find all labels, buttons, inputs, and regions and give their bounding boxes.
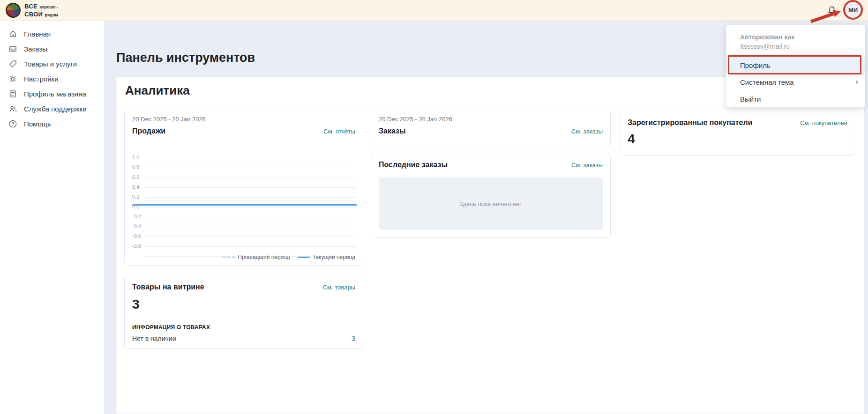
menu-item-label: Выйти: [740, 95, 761, 103]
gridline: [145, 207, 356, 207]
products-card-title: Товары на витрине: [132, 283, 204, 291]
out-of-stock-row[interactable]: Нет в наличии 3: [132, 335, 355, 342]
sidebar-item-label: Служба поддержки: [24, 105, 87, 113]
signed-in-email: ftsssssv@mail.ru: [740, 43, 790, 50]
gridline: [145, 246, 356, 247]
inbox-icon: [8, 44, 17, 53]
y-tick: 1.0: [132, 155, 139, 160]
user-avatar[interactable]: МИ: [845, 2, 861, 18]
legend-label: Текущий период: [313, 254, 355, 260]
topbar: ВСЕ хорошо - СВОИ рядом: [0, 0, 868, 21]
orders-date-range: 20 Dec 2025 - 20 Jan 2026: [379, 116, 452, 123]
gridline: [145, 237, 356, 237]
recent-orders-empty-state: Здесь пока ничего нет: [379, 177, 603, 230]
gear-icon: [8, 74, 17, 83]
logo-line2-small: рядом: [45, 13, 58, 17]
brand-logo-text: ВСЕ хорошо - СВОИ рядом: [24, 2, 58, 18]
sidebar-item-support[interactable]: Служба поддержки: [0, 101, 104, 116]
tag-icon: [8, 59, 17, 68]
home-icon: [8, 30, 17, 38]
sidebar-item-label: Заказы: [24, 45, 47, 53]
gridline: [145, 158, 356, 158]
orders-card: 20 Dec 2025 - 20 Jan 2026 Заказы См. зак…: [371, 109, 611, 146]
help-icon: [8, 119, 17, 128]
y-tick: -0.4: [132, 223, 141, 229]
out-of-stock-label: Нет в наличии: [132, 335, 176, 342]
sidebar-item-help[interactable]: Помощь: [0, 116, 104, 131]
chart-legend: Прошедший период Текущий период: [223, 254, 355, 260]
signed-in-as-label: Авторизован как: [740, 33, 794, 41]
see-products-link[interactable]: См. товары: [323, 284, 355, 291]
sidebar-item-home[interactable]: Главная: [0, 26, 104, 41]
gridline: [145, 177, 356, 178]
products-count: 3: [132, 297, 140, 312]
notifications-bell-icon[interactable]: [826, 4, 838, 16]
see-reports-link[interactable]: См. отчёты: [323, 128, 355, 135]
sales-date-range: 20 Dec 2025 - 20 Jan 2026: [132, 116, 206, 123]
brand-logo-icon: [6, 3, 21, 18]
gridline: [145, 227, 356, 227]
solid-line-swatch-icon: [298, 257, 310, 258]
logo-line2-bold: СВОИ: [24, 11, 43, 18]
y-tick: -0.2: [132, 214, 141, 219]
customers-card-title: Зарегистрированные покупатели: [628, 118, 752, 127]
sidebar-item-label: Главная: [24, 30, 51, 38]
legend-current-period: Текущий период: [298, 254, 355, 260]
sidebar-item-label: Профиль магазина: [24, 90, 86, 98]
customers-count: 4: [628, 132, 635, 147]
sidebar-item-label: Товары и услуги: [24, 60, 77, 68]
sidebar-item-label: Помощь: [24, 120, 51, 128]
gridline: [145, 168, 356, 168]
legend-label: Прошедший период: [238, 254, 290, 260]
sidebar: Главная Заказы Товары и услуги Настройки…: [0, 21, 104, 414]
gridline: [145, 187, 356, 188]
sidebar-item-label: Настройки: [24, 75, 59, 83]
dashed-line-swatch-icon: [223, 257, 235, 258]
gridline: [145, 197, 356, 198]
y-tick: -0.8: [132, 243, 141, 249]
gridline: [145, 217, 356, 217]
support-icon: [8, 104, 17, 113]
brand-logo[interactable]: ВСЕ хорошо - СВОИ рядом: [6, 2, 58, 18]
document-icon: [8, 89, 17, 98]
analytics-section-title: Аналитика: [125, 83, 190, 98]
menu-item-label: Системная тема: [740, 78, 794, 86]
out-of-stock-count: 3: [352, 335, 355, 342]
menu-item-label: Профиль: [740, 61, 771, 69]
y-tick: 0.2: [132, 194, 139, 200]
registered-customers-card: Зарегистрированные покупатели См. покупа…: [620, 109, 855, 155]
menu-item-system-theme[interactable]: Системная тема: [726, 74, 865, 90]
y-tick: 0.8: [132, 164, 139, 170]
sales-chart: 1.0 0.8 0.6 0.4 0.2 0.0 -0.2 -0.4 -0.6 -…: [125, 154, 363, 259]
y-tick: 0.4: [132, 184, 139, 190]
products-info-header: ИНФОРМАЦИЯ О ТОВАРАХ: [132, 324, 210, 331]
y-tick: -0.6: [132, 233, 141, 239]
sidebar-item-products[interactable]: Товары и услуги: [0, 56, 104, 71]
sales-card: 20 Dec 2025 - 20 Jan 2026 Продажи См. от…: [124, 109, 363, 266]
see-customers-link[interactable]: См. покупателей: [800, 119, 847, 126]
see-orders-link[interactable]: См. заказы: [571, 162, 603, 169]
sidebar-item-orders[interactable]: Заказы: [0, 41, 104, 56]
recent-orders-title: Последние заказы: [379, 161, 448, 169]
chevron-right-icon: [856, 74, 859, 90]
orders-card-title: Заказы: [379, 127, 406, 135]
legend-past-period: Прошедший период: [223, 254, 290, 260]
empty-state-text: Здесь пока ничего нет: [459, 200, 522, 207]
recent-orders-card: Последние заказы См. заказы Здесь пока н…: [371, 153, 611, 238]
products-showcase-card: Товары на витрине См. товары 3 ИНФОРМАЦИ…: [124, 275, 363, 349]
sidebar-item-store-profile[interactable]: Профиль магазина: [0, 86, 104, 101]
see-orders-link[interactable]: См. заказы: [571, 128, 603, 135]
menu-item-profile[interactable]: Профиль: [726, 57, 865, 74]
sidebar-item-settings[interactable]: Настройки: [0, 71, 104, 86]
sales-card-title: Продажи: [132, 127, 165, 135]
logo-line1-small: хорошо -: [39, 5, 58, 9]
page-title: Панель инструментов: [116, 51, 255, 65]
y-tick: 0.6: [132, 174, 139, 180]
current-period-line: [132, 204, 357, 206]
user-dropdown-menu: Авторизован как ftsssssv@mail.ru Профиль…: [726, 24, 865, 107]
menu-item-logout[interactable]: Выйти: [726, 90, 865, 107]
logo-line1-bold: ВСЕ: [24, 3, 37, 10]
